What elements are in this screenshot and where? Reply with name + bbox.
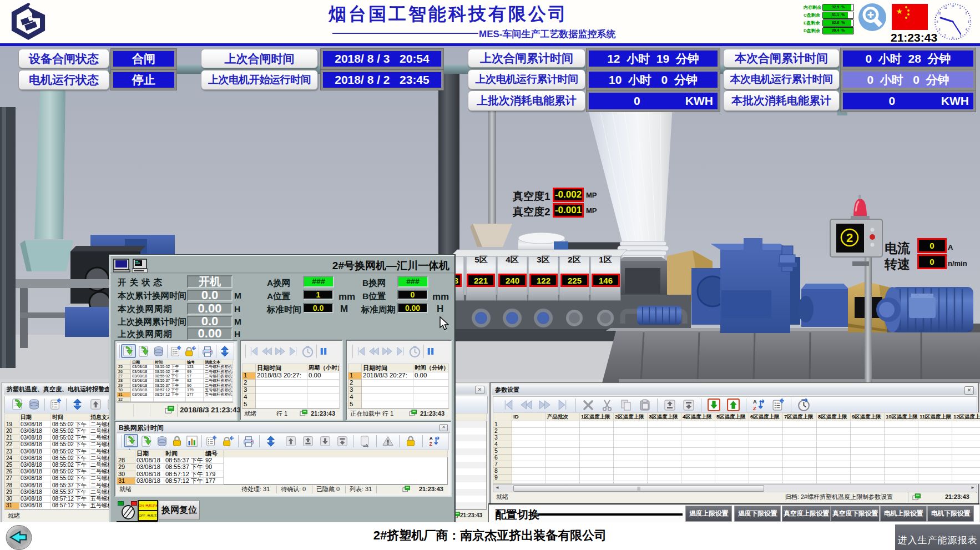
svg-text:7: 7 xyxy=(944,34,946,37)
svg-text:10: 10 xyxy=(938,12,941,15)
svg-text:1: 1 xyxy=(959,7,961,9)
svg-text:2: 2 xyxy=(966,12,967,15)
svg-text:9: 9 xyxy=(937,21,938,23)
svg-text:4: 4 xyxy=(966,28,967,31)
svg-text:8: 8 xyxy=(939,28,941,31)
svg-text:6: 6 xyxy=(952,37,954,39)
svg-text:2: 2 xyxy=(846,231,853,245)
svg-text:12: 12 xyxy=(951,5,954,8)
svg-text:3: 3 xyxy=(968,21,969,23)
svg-text:11: 11 xyxy=(944,7,947,9)
svg-text:5: 5 xyxy=(960,34,962,37)
